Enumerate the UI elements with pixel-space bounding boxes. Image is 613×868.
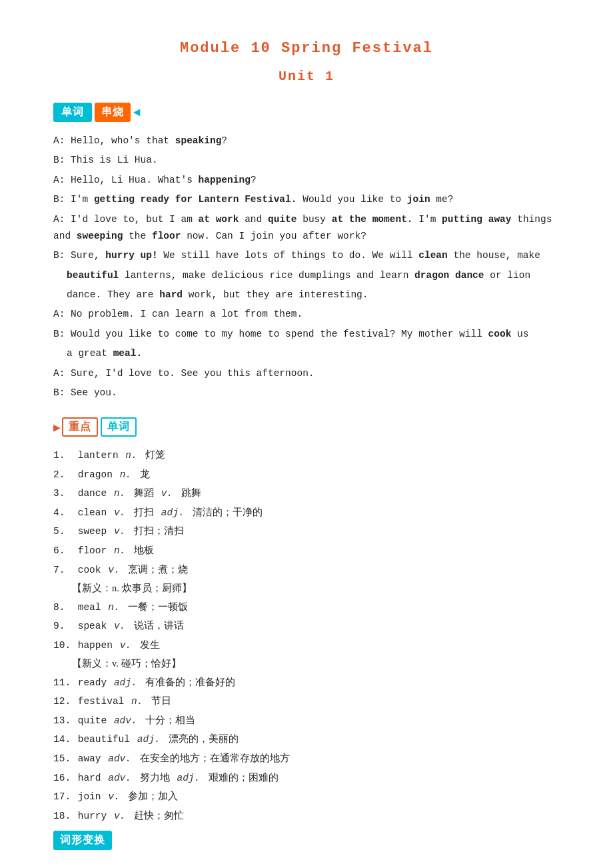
arrow-icon: ▶ (53, 420, 61, 435)
badge-vocab: 单词 (53, 103, 92, 122)
vocab-item-14: 14. beautiful adj. 漂亮的，美丽的 (53, 730, 560, 749)
speaker-b2: B: I'm getting ready for Lantern Festiva… (53, 194, 453, 205)
dialog-line-10: B: See you. (53, 385, 560, 401)
speaker-a1: A: Hello, who's that speaking? (53, 135, 227, 146)
triangle-icon: ◄ (133, 106, 141, 119)
dialog-line-3: A: Hello, Li Hua. What's happening? (53, 172, 560, 189)
badge-word: 单词 (101, 417, 137, 437)
speaker-b4-cont: a great meal. (67, 348, 142, 359)
badge-key: 重点 (62, 417, 98, 437)
dialog-line-8: B: Would you like to come to my home to … (53, 326, 560, 343)
vocab-item-15: 15. away adv. 在安全的地方；在通常存放的地方 (53, 749, 560, 769)
dialog-section: A: Hello, who's that speaking? B: This i… (53, 133, 560, 401)
section3-header: 词形变换 (53, 831, 560, 850)
dialog-line-4: B: I'm getting ready for Lantern Festiva… (53, 191, 560, 208)
unit-title: Unit 1 (53, 69, 560, 84)
speaker-b5: B: See you. (53, 387, 117, 398)
dialog-line-5: A: I'd love to, but I am at work and qui… (53, 211, 560, 245)
speaker-a3: A: I'd love to, but I am at work and qui… (53, 214, 552, 241)
vocab-item-11: 11. ready adj. 有准备的；准备好的 (53, 673, 560, 693)
vocab-item-2: 2. dragon n. 龙 (53, 465, 560, 485)
speaker-a5: A: Sure, I'd love to. See you this after… (53, 368, 314, 379)
speaker-a2: A: Hello, Li Hua. What's happening? (53, 175, 257, 185)
vocab-item-10: 10. happen v. 发生 【新义：v. 碰巧；恰好】 (53, 636, 560, 673)
dialog-line-1: A: Hello, who's that speaking? (53, 133, 560, 149)
speaker-a4: A: No problem. I can learn a lot from th… (53, 309, 303, 319)
dialog-line-9: A: Sure, I'd love to. See you this after… (53, 365, 560, 382)
dialog-line-2: B: This is Li Hua. (53, 152, 560, 169)
section1-header: 单词 串烧 ◄ (53, 103, 560, 122)
vocab-item-5: 5. sweep v. 打扫；清扫 (53, 522, 560, 541)
vocab-list: 1. lantern n. 灯笼 2. dragon n. 龙 3. dance… (53, 446, 560, 825)
vocab-item-18: 18. hurry v. 赶快；匆忙 (53, 807, 560, 826)
vocab-item-1: 1. lantern n. 灯笼 (53, 446, 560, 465)
vocab-item-7: 7. cook v. 烹调；煮；烧 【新义：n. 炊事员；厨师】 (53, 561, 560, 598)
vocab-item-6: 6. floor n. 地板 (53, 541, 560, 561)
speaker-b3-cont: beautiful lanterns, make delicious rice … (67, 270, 530, 281)
page-title: Module 10 Spring Festival (53, 40, 560, 57)
dialog-line-6b: beautiful lanterns, make delicious rice … (53, 267, 560, 284)
speaker-b3: B: Sure, hurry up! We still have lots of… (53, 250, 540, 261)
badge-morph: 词形变换 (53, 831, 112, 850)
speaker-b4: B: Would you like to come to my home to … (53, 329, 529, 339)
badge-chuanshao: 串烧 (95, 103, 131, 122)
speaker-b1: B: This is Li Hua. (53, 155, 158, 165)
dialog-line-8b: a great meal. (53, 345, 560, 362)
dialog-line-6c: dance. They are hard work, but they are … (53, 287, 560, 303)
vocab-item-12: 12. festival n. 节日 (53, 692, 560, 711)
dialog-line-6: B: Sure, hurry up! We still have lots of… (53, 247, 560, 264)
section2-header: ▶ 重点 单词 (53, 417, 560, 437)
vocab-item-16: 16. hard adv. 努力地 adj. 艰难的；困难的 (53, 769, 560, 788)
vocab-item-4: 4. clean v. 打扫 adj. 清洁的；干净的 (53, 503, 560, 523)
vocab-item-9: 9. speak v. 说话，讲话 (53, 617, 560, 636)
vocab-item-17: 17. join v. 参加；加入 (53, 787, 560, 807)
dialog-line-7: A: No problem. I can learn a lot from th… (53, 306, 560, 323)
vocab-item-8: 8. meal n. 一餐；一顿饭 (53, 598, 560, 617)
vocab-item-13: 13. quite adv. 十分；相当 (53, 711, 560, 731)
vocab-item-3: 3. dance n. 舞蹈 v. 跳舞 (53, 484, 560, 503)
speaker-b3-cont2: dance. They are hard work, but they are … (67, 289, 368, 300)
